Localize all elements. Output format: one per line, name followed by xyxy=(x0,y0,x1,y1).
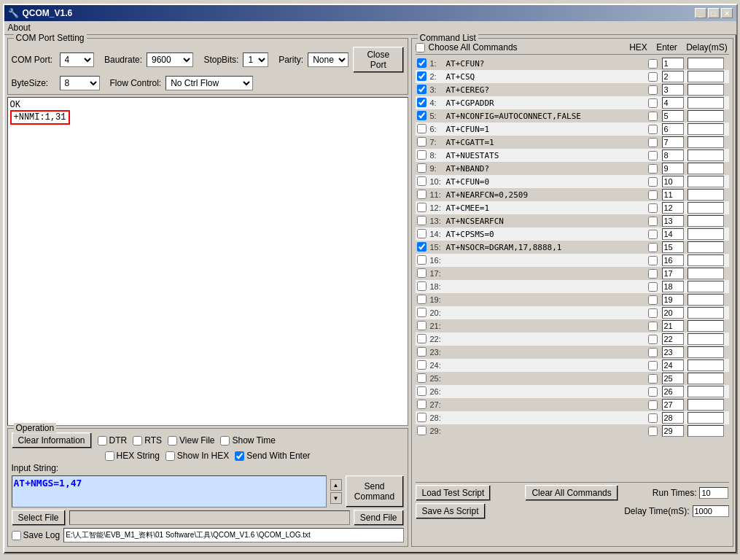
cmd-hex-cb-6[interactable] xyxy=(644,125,662,134)
cmd-checkbox-16[interactable] xyxy=(417,255,430,266)
cmd-enter-2[interactable] xyxy=(662,71,688,82)
cmd-delay-13[interactable] xyxy=(688,215,728,227)
clear-all-commands-button[interactable]: Clear All Commands xyxy=(525,485,618,501)
stopbits-select[interactable]: 1 xyxy=(243,52,268,67)
cmd-hex-cb-15[interactable] xyxy=(644,243,662,252)
cmd-delay-5[interactable] xyxy=(688,110,728,122)
cmd-hex-cb-22[interactable] xyxy=(644,335,662,344)
cmd-delay-29[interactable] xyxy=(688,425,728,437)
cmd-delay-4[interactable] xyxy=(688,97,728,109)
cmd-checkbox-4[interactable] xyxy=(417,98,430,109)
cmd-delay-6[interactable] xyxy=(688,123,728,135)
cmd-delay-7[interactable] xyxy=(688,136,728,148)
send-command-button[interactable]: Send Command xyxy=(346,475,404,508)
cmd-delay-21[interactable] xyxy=(688,320,728,332)
cmd-hex-cb-28[interactable] xyxy=(644,413,662,423)
cmd-delay-23[interactable] xyxy=(688,346,728,358)
cmd-checkbox-28[interactable] xyxy=(417,413,430,424)
save-log-checkbox-label[interactable]: Save Log xyxy=(12,530,61,540)
cmd-enter-19[interactable] xyxy=(662,294,688,306)
cmd-hex-cb-11[interactable] xyxy=(644,190,662,200)
cmd-checkbox-26[interactable] xyxy=(417,386,430,397)
cmd-enter-27[interactable] xyxy=(662,399,688,411)
cmd-checkbox-14[interactable] xyxy=(417,229,430,240)
cmd-delay-14[interactable] xyxy=(688,228,728,240)
maximize-button[interactable]: □ xyxy=(708,8,720,18)
cmd-checkbox-18[interactable] xyxy=(417,281,430,292)
cmd-enter-26[interactable] xyxy=(662,386,688,397)
cmd-checkbox-7[interactable] xyxy=(417,137,430,148)
cmd-checkbox-25[interactable] xyxy=(417,373,430,384)
cmd-checkbox-8[interactable] xyxy=(417,150,430,161)
menu-about[interactable]: About xyxy=(8,23,31,33)
cmd-enter-1[interactable] xyxy=(662,58,688,69)
cmd-hex-cb-20[interactable] xyxy=(644,308,662,318)
cmd-checkbox-21[interactable] xyxy=(417,321,430,332)
send-with-enter-checkbox-label[interactable]: Send With Enter xyxy=(235,451,310,461)
cmd-hex-cb-13[interactable] xyxy=(644,217,662,226)
cmd-delay-16[interactable] xyxy=(688,254,728,266)
show-time-checkbox-label[interactable]: Show Time xyxy=(220,435,275,446)
hex-string-checkbox[interactable] xyxy=(105,451,114,461)
load-test-script-button[interactable]: Load Test Script xyxy=(416,485,491,501)
cmd-checkbox-11[interactable] xyxy=(417,190,430,201)
cmd-checkbox-6[interactable] xyxy=(417,124,430,135)
hex-string-checkbox-label[interactable]: HEX String xyxy=(105,451,160,461)
minimize-button[interactable]: _ xyxy=(695,8,706,18)
cmd-hex-cb-27[interactable] xyxy=(644,400,662,410)
cmd-enter-10[interactable] xyxy=(662,176,688,187)
send-with-enter-checkbox[interactable] xyxy=(235,451,244,461)
cmd-delay-28[interactable] xyxy=(688,412,728,424)
cmd-hex-cb-4[interactable] xyxy=(644,98,662,108)
cmd-enter-4[interactable] xyxy=(662,97,688,109)
cmd-delay-15[interactable] xyxy=(688,241,728,253)
cmd-enter-12[interactable] xyxy=(662,202,688,214)
cmd-hex-cb-17[interactable] xyxy=(644,269,662,279)
cmd-checkbox-1[interactable] xyxy=(417,58,430,69)
cmd-hex-cb-23[interactable] xyxy=(644,348,662,357)
cmd-hex-cb-24[interactable] xyxy=(644,361,662,370)
cmd-enter-7[interactable] xyxy=(662,136,688,148)
cmd-hex-cb-21[interactable] xyxy=(644,322,662,331)
select-file-button[interactable]: Select File xyxy=(12,510,66,526)
cmd-enter-25[interactable] xyxy=(662,373,688,384)
cmd-hex-cb-25[interactable] xyxy=(644,374,662,384)
file-path-field[interactable] xyxy=(69,510,350,525)
cmd-enter-22[interactable] xyxy=(662,333,688,345)
cmd-delay-24[interactable] xyxy=(688,359,728,371)
cmd-hex-cb-12[interactable] xyxy=(644,203,662,213)
cmd-hex-cb-29[interactable] xyxy=(644,427,662,436)
cmd-checkbox-29[interactable] xyxy=(417,426,430,437)
cmd-enter-3[interactable] xyxy=(662,84,688,96)
log-path-field[interactable] xyxy=(63,528,403,542)
cmd-enter-20[interactable] xyxy=(662,307,688,319)
cmd-checkbox-5[interactable] xyxy=(417,111,430,122)
cmd-hex-cb-7[interactable] xyxy=(644,138,662,147)
delay-time-field[interactable] xyxy=(693,505,729,517)
cmd-enter-23[interactable] xyxy=(662,346,688,358)
scroll-up-btn[interactable]: ▲ xyxy=(330,479,342,491)
cmd-checkbox-23[interactable] xyxy=(417,347,430,358)
input-string-field[interactable]: AT+NMGS=1,47 xyxy=(12,475,327,508)
cmd-enter-8[interactable] xyxy=(662,149,688,161)
cmd-hex-cb-18[interactable] xyxy=(644,282,662,292)
cmd-checkbox-20[interactable] xyxy=(417,308,430,319)
cmd-enter-18[interactable] xyxy=(662,281,688,292)
dtr-checkbox-label[interactable]: DTR xyxy=(98,435,128,446)
rts-checkbox-label[interactable]: RTS xyxy=(133,435,162,446)
choose-all-checkbox[interactable] xyxy=(416,43,425,52)
cmd-checkbox-3[interactable] xyxy=(417,85,430,96)
cmd-enter-5[interactable] xyxy=(662,110,688,122)
cmd-checkbox-2[interactable] xyxy=(417,71,430,82)
show-in-hex-checkbox[interactable] xyxy=(165,451,175,461)
flow-control-select[interactable]: No Ctrl Flow xyxy=(165,76,253,90)
cmd-checkbox-10[interactable] xyxy=(417,176,430,187)
close-button[interactable]: ✕ xyxy=(721,8,733,18)
save-log-checkbox[interactable] xyxy=(12,531,21,540)
view-file-checkbox[interactable] xyxy=(168,436,177,446)
cmd-delay-18[interactable] xyxy=(688,281,728,292)
dtr-checkbox[interactable] xyxy=(98,436,107,446)
cmd-delay-1[interactable] xyxy=(688,58,728,69)
scroll-down-btn[interactable]: ▼ xyxy=(330,492,342,504)
cmd-hex-cb-2[interactable] xyxy=(644,72,662,82)
